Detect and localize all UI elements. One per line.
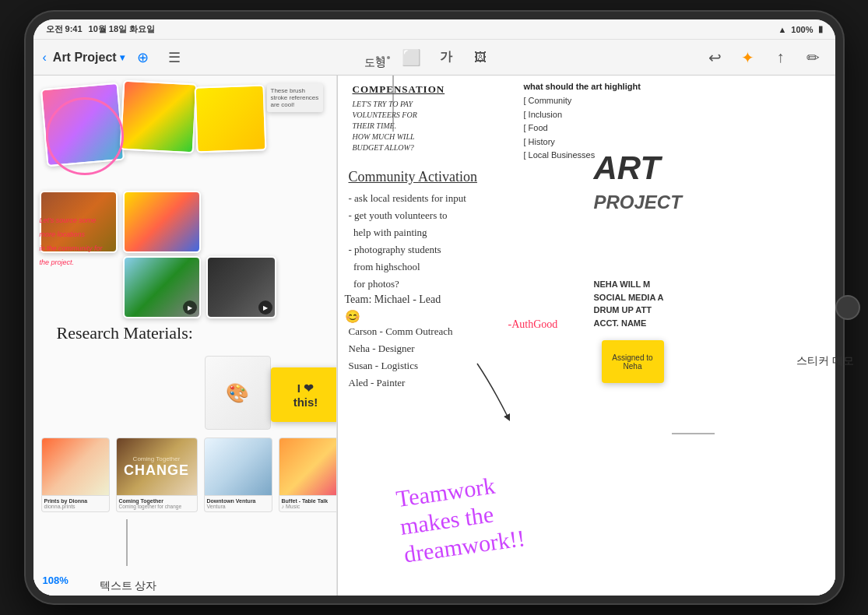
community-items: - ask local residents for input - get yo… [349,190,520,293]
brush-icon[interactable]: ✦ [736,45,761,70]
share-icon[interactable]: ↑ [768,45,793,70]
image-icon[interactable]: 🖼 [468,45,493,70]
status-right: ▲ 100% ▮ [778,24,822,34]
poster-ventura[interactable]: Downtown Ventura Ventura [204,438,272,519]
left-panel: These brush stroke references are cool! … [33,76,337,596]
art-label: ART PROJECT [594,153,719,213]
ipad-screen: 오전 9:41 10월 18일 화요일 ▲ 100% ▮ ‹ Art Proje… [33,19,835,596]
sticky-main-text: I ❤ this! [293,381,318,409]
video-photo[interactable]: ▶ [206,256,276,318]
status-left: 오전 9:41 10월 18일 화요일 [46,23,156,35]
dot1 [376,56,379,59]
neha-text: NEHA WILL M SOCIAL MEDIA A DRUM UP ATT A… [594,278,719,329]
battery-icon: ▮ [818,24,823,34]
ipad-frame: 오전 9:41 10월 18일 화요일 ▲ 100% ▮ ‹ Art Proje… [26,12,843,603]
toolbar-center: ⬜ 가 🖼 [376,45,493,70]
brush-note-text: These brush stroke references are cool! [271,87,319,108]
community-block: Community Activation - ask local residen… [349,169,520,293]
poster3-sub: Ventura [207,504,226,509]
poster-change[interactable]: Coming Together CHANGE Coming Together C… [116,438,198,519]
poster1-label: Prints by Dionna [44,498,88,504]
poster4-label: Buffet - Table Talk [282,498,329,504]
main-content: These brush stroke references are cool! … [33,76,835,596]
photo-people[interactable] [40,83,124,167]
list-icon[interactable]: ☰ [162,45,187,70]
toolbar: ‹ Art Project ▾ ⊕ ☰ ⬜ 가 🖼 [33,40,835,76]
dot2 [381,56,385,59]
compensation-text: LET'S TRY TO PAYVOLUNTEERS FORTHEIR TIME… [353,99,493,153]
home-button[interactable] [835,295,860,320]
play-icon: ▶ [183,300,197,315]
second-row-2 [123,191,201,253]
teamwork-text: Teamworkmakes thedreamwork!! [394,461,583,569]
insert-icon[interactable]: ⬜ [399,45,424,70]
source-note-text: Let's source some more locations in the … [40,216,103,266]
authgood-block: -AuthGood [508,317,558,331]
panel-divider [337,76,338,596]
research-label: Research Materials: [57,323,193,343]
compensation-block: COMPENSATION LET'S TRY TO PAYVOLUNTEERS … [353,83,493,153]
art-project-big: ART PROJECT [594,153,719,213]
photo-art[interactable] [119,80,197,154]
poster-dionna[interactable]: Prints by Dionna dionna.prints [41,438,110,519]
poster-food[interactable]: Buffet - Table Talk ♪ Music [279,438,337,519]
toolbar-left: ‹ Art Project ▾ ⊕ ☰ [43,45,697,70]
wifi-icon: ▲ [778,25,786,34]
team-block: Team: Michael - Lead 😊 Carson - Comm Out… [345,293,516,392]
illustration-icon: 🎨 [205,356,271,430]
research-text: Research Materials: [57,323,193,343]
right-panel: COMPENSATION LET'S TRY TO PAYVOLUNTEERS … [337,76,835,596]
time: 오전 9:41 [46,23,83,35]
search-icon[interactable]: ⊕ [131,45,156,70]
sketch-illustration: 🎨 [205,356,271,430]
brush-note: These brush stroke references are cool! [267,83,323,112]
three-dots [376,56,390,59]
team-list: Carson - Comm Outreach Neha - Designer S… [349,323,516,392]
status-bar: 오전 9:41 10월 18일 화요일 ▲ 100% ▮ [33,19,835,40]
dot3 [387,56,390,59]
sticky-assigned-text: Assigned to Neha [612,353,652,371]
source-note: Let's source some more locations in the … [40,212,118,268]
photo-grid-top [40,82,265,199]
photo-yellow[interactable] [194,84,266,153]
undo-icon[interactable]: ↩ [703,45,728,70]
sticky-love[interactable]: I ❤ this! [271,367,337,422]
poster3-label: Downtown Ventura [207,498,256,504]
poster1-sub: dionna.prints [44,504,76,509]
back-button[interactable]: ‹ [43,51,47,65]
team-title: Team: Michael - Lead [345,293,516,306]
project-name: Art Project [53,51,117,65]
battery-percent: 100% [791,25,813,34]
photo-geometric[interactable] [123,191,201,253]
date: 10월 18일 화요일 [89,23,156,35]
neha-block: NEHA WILL M SOCIAL MEDIA A DRUM UP ATT A… [594,278,719,329]
poster-row: Prints by Dionna dionna.prints Coming To… [41,438,337,519]
dropdown-chevron: ▾ [120,52,125,63]
edit-icon[interactable]: ✏ [801,45,826,70]
smiley: 😊 [345,309,360,324]
compensation-title: COMPENSATION [353,83,493,96]
back-chevron: ‹ [43,51,47,65]
sticky-assigned[interactable]: Assigned to Neha [602,340,664,383]
authgood-text: -AuthGood [508,318,558,330]
teamwork-block: Teamworkmakes thedreamwork!! [399,473,578,557]
toolbar-right: ↩ ✦ ↑ ✏ [703,45,826,70]
zoom-percent: 108% [43,575,69,586]
play-icon2: ▶ [258,300,272,315]
aerial-photo[interactable]: ▶ [123,256,201,318]
community-title: Community Activation [349,169,520,185]
text-icon[interactable]: 가 [434,45,459,70]
poster2-label: Coming Together [119,498,163,504]
poster4-sub: ♪ Music [282,504,300,509]
highlight-title: what should the art highlight [524,82,680,91]
project-title[interactable]: Art Project ▾ [53,51,125,65]
